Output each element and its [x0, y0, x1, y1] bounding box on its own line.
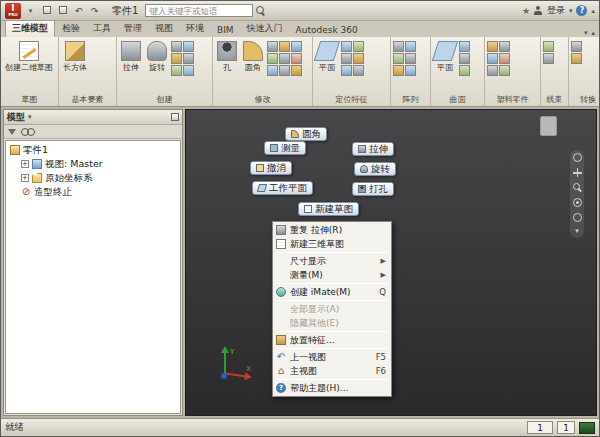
- fillet-button[interactable]: 圆角: [241, 40, 265, 74]
- marking-menu-revolve[interactable]: 旋转: [354, 162, 396, 176]
- user-icon[interactable]: [534, 6, 543, 15]
- panel-label-create[interactable]: 创建: [117, 94, 212, 106]
- tab-get-started[interactable]: 快速入门: [241, 21, 289, 37]
- inventor-logo-icon[interactable]: I PRO: [5, 3, 21, 19]
- tab-tools[interactable]: 工具: [87, 21, 117, 37]
- panel-label-harness[interactable]: 线束: [541, 94, 568, 106]
- ribbon-small-button[interactable]: [291, 65, 302, 76]
- hole-button[interactable]: 孔: [215, 40, 239, 74]
- titlebar-more-chevron-icon[interactable]: ▴: [591, 7, 595, 15]
- panel-label-plastic-part[interactable]: 塑料零件: [485, 94, 540, 106]
- ribbon-small-button[interactable]: [171, 65, 182, 76]
- minimize-ribbon-icon[interactable]: ▴: [591, 29, 595, 37]
- search-icon[interactable]: [256, 6, 266, 16]
- ribbon-small-button[interactable]: [393, 65, 404, 76]
- ribbon-small-button[interactable]: [487, 53, 498, 64]
- ribbon-small-button[interactable]: [291, 53, 302, 64]
- panel-label-sketch[interactable]: 草图: [1, 94, 58, 106]
- ribbon-small-button[interactable]: [543, 53, 554, 64]
- ribbon-small-button[interactable]: [405, 41, 416, 52]
- expand-icon[interactable]: +: [21, 174, 29, 182]
- ribbon-small-button[interactable]: [291, 41, 302, 52]
- ribbon-small-button[interactable]: [353, 65, 364, 76]
- ribbon-small-button[interactable]: [571, 41, 582, 52]
- marking-menu-hole[interactable]: 打孔: [352, 182, 394, 196]
- tree-item-part[interactable]: 零件1: [6, 143, 180, 157]
- menu-item-place-feature[interactable]: 放置特征...: [274, 333, 390, 347]
- panel-label-modify[interactable]: 修改: [213, 94, 312, 106]
- ribbon-small-button[interactable]: [279, 53, 290, 64]
- ribbon-small-button[interactable]: [487, 41, 498, 52]
- ribbon-small-button[interactable]: [341, 41, 352, 52]
- marking-menu-fillet[interactable]: 圆角: [285, 127, 327, 141]
- marking-menu-measure[interactable]: 测量: [264, 141, 306, 155]
- favorites-icon[interactable]: ★: [522, 6, 530, 16]
- box-primitive-button[interactable]: 长方体: [61, 40, 89, 74]
- marking-menu-extrude[interactable]: 拉伸: [352, 142, 394, 156]
- ribbon-small-button[interactable]: [171, 41, 182, 52]
- undo-button[interactable]: ↶: [72, 4, 85, 17]
- marking-menu-undo[interactable]: 撤消: [250, 161, 292, 175]
- ribbon-small-button[interactable]: [459, 53, 470, 64]
- ribbon-small-button[interactable]: [499, 65, 510, 76]
- menu-item-repeat-extrude[interactable]: 重复 拉伸(R): [274, 223, 390, 237]
- tab-environments[interactable]: 环境: [180, 21, 210, 37]
- sign-in-chevron-icon[interactable]: ▾: [569, 7, 573, 15]
- panel-label-surface[interactable]: 曲面: [431, 94, 484, 106]
- menu-item-home-view[interactable]: ⌂ 主视图 F6: [274, 364, 390, 378]
- save-button[interactable]: [56, 4, 69, 17]
- viewcube[interactable]: [540, 116, 557, 136]
- pan-icon[interactable]: [573, 168, 582, 177]
- menu-item-dimension-display[interactable]: 尺寸显示 ▶: [274, 254, 390, 268]
- extrude-button[interactable]: 拉伸: [119, 40, 143, 74]
- tab-view[interactable]: 视图: [149, 21, 179, 37]
- find-icon[interactable]: [21, 128, 33, 135]
- graphics-canvas[interactable]: ▾ 圆角 测量 拉伸 撤消 旋转: [185, 109, 597, 416]
- expand-icon[interactable]: +: [21, 160, 29, 168]
- work-plane-button[interactable]: 平面: [315, 40, 339, 74]
- ribbon-small-button[interactable]: [405, 53, 416, 64]
- ribbon-options-chevron-icon[interactable]: ▾: [584, 29, 588, 37]
- panel-label-primitives[interactable]: 基本要素: [59, 94, 116, 106]
- menu-item-measure[interactable]: 测量(M) ▶: [274, 268, 390, 282]
- ribbon-small-button[interactable]: [393, 41, 404, 52]
- ribbon-small-button[interactable]: [353, 53, 364, 64]
- ribbon-small-button[interactable]: [393, 53, 404, 64]
- search-input[interactable]: [145, 4, 253, 17]
- tree-item-view-master[interactable]: + 视图: Master: [6, 157, 180, 171]
- create-2d-sketch-button[interactable]: 创建二维草图: [3, 40, 55, 74]
- ribbon-small-button[interactable]: [499, 41, 510, 52]
- ribbon-small-button[interactable]: [171, 53, 182, 64]
- ribbon-small-button[interactable]: [571, 53, 582, 64]
- zoom-icon[interactable]: [573, 183, 582, 192]
- tree-item-origin[interactable]: + 原始坐标系: [6, 171, 180, 185]
- menu-item-previous-view[interactable]: ↶ 上一视图 F5: [274, 350, 390, 364]
- tree-item-end-of-part[interactable]: ⊘ 造型终止: [6, 185, 180, 199]
- menu-item-new-3d-sketch[interactable]: 新建三维草图: [274, 237, 390, 251]
- sign-in-button[interactable]: 登录: [547, 4, 565, 17]
- browser-header[interactable]: 模型 ▾: [4, 110, 182, 125]
- help-icon[interactable]: ?: [576, 5, 587, 16]
- marking-menu-work-plane[interactable]: 工作平面: [252, 181, 313, 195]
- tab-3d-model[interactable]: 三维模型: [5, 20, 55, 37]
- ribbon-small-button[interactable]: [267, 53, 278, 64]
- ribbon-small-button[interactable]: [183, 53, 194, 64]
- browser-dropdown-icon[interactable]: ▾: [28, 113, 32, 121]
- ribbon-small-button[interactable]: [279, 41, 290, 52]
- menu-item-help-topics[interactable]: ? 帮助主题(H)...: [274, 381, 390, 395]
- tab-autodesk-360[interactable]: Autodesk 360: [290, 24, 364, 37]
- app-menu-chevron-icon[interactable]: ▾: [24, 4, 37, 17]
- menu-item-create-imate[interactable]: 创建 iMate(M) Q: [274, 285, 390, 299]
- marking-menu-new-sketch[interactable]: 新建草图: [298, 202, 359, 216]
- ribbon-small-button[interactable]: [341, 65, 352, 76]
- browser-options-icon[interactable]: [171, 113, 179, 121]
- tab-inspect[interactable]: 检验: [56, 21, 86, 37]
- ribbon-small-button[interactable]: [405, 65, 416, 76]
- panel-label-pattern[interactable]: 阵列: [391, 94, 430, 106]
- ribbon-small-button[interactable]: [341, 53, 352, 64]
- ribbon-small-button[interactable]: [353, 41, 364, 52]
- filter-icon[interactable]: [8, 129, 16, 135]
- panel-label-convert[interactable]: 转换: [569, 94, 599, 106]
- redo-button[interactable]: ↷: [88, 4, 101, 17]
- navigation-wheel-icon[interactable]: [573, 153, 582, 162]
